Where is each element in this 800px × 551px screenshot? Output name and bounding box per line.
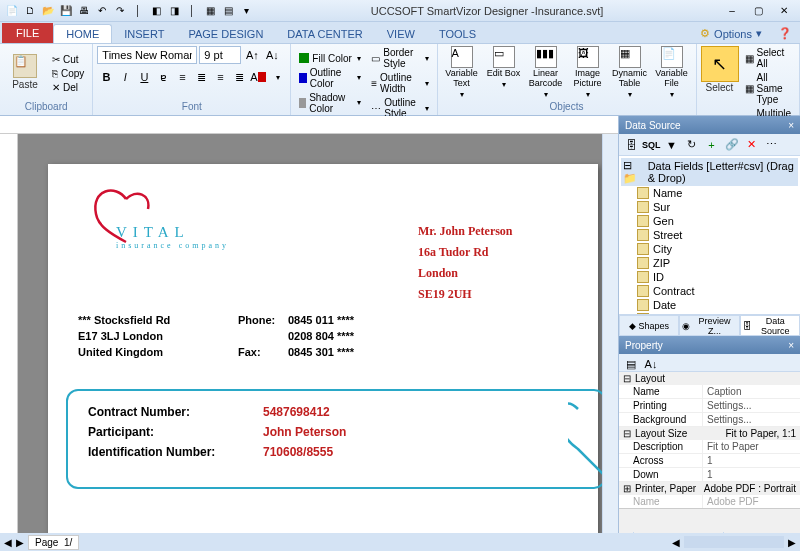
tab-home[interactable]: HOME [53,24,112,43]
qat-undo-icon[interactable]: ↶ [94,3,110,19]
ds-del-icon[interactable]: ✕ [743,136,761,154]
qat-print-icon[interactable]: 🖶 [76,3,92,19]
prop-row-background[interactable]: BackgroundSettings... [619,413,800,427]
ds-db-icon[interactable]: 🗄 [622,136,640,154]
ds-filter-icon[interactable]: ▼ [663,136,681,154]
qat-misc3-icon[interactable]: ▦ [202,3,218,19]
tab-tools[interactable]: TOOLS [427,25,488,43]
fill-color-button[interactable]: Fill Color [295,52,365,65]
tree-field[interactable]: Date [621,298,798,312]
app-icon[interactable]: 📄 [4,3,20,19]
qat-misc1-icon[interactable]: ◧ [148,3,164,19]
dynamic-table-button[interactable]: ▦Dynamic Table▾ [610,46,650,100]
page-tab-next[interactable]: ▶ [16,537,24,548]
tab-file[interactable]: FILE [2,23,53,43]
select-all-button[interactable]: ▦ Select All [741,46,795,70]
tree-field[interactable]: Sur [621,200,798,214]
prop-row-across[interactable]: Across1 [619,454,800,468]
minimize-button[interactable]: – [720,3,744,19]
prop-row-name[interactable]: NameCaption [619,385,800,399]
variable-file-button[interactable]: 📄Variable File▾ [652,46,692,100]
tree-field[interactable]: Gen [621,214,798,228]
qat-misc4-icon[interactable]: ▤ [220,3,236,19]
prop-az-icon[interactable]: A↓ [642,355,660,373]
prop-cat-layout[interactable]: ⊟ Layout [619,372,800,385]
image-picture-button[interactable]: 🖼Image Picture▾ [568,46,608,100]
tree-field[interactable]: Name [621,186,798,200]
linear-barcode-button[interactable]: ▮▮▮Linear Barcode▾ [526,46,566,100]
text-color-dropdown[interactable] [268,68,286,86]
tree-field[interactable]: ZIP [621,256,798,270]
canvas-vertical-scrollbar[interactable] [602,134,618,534]
tab-view[interactable]: VIEW [375,25,427,43]
page-tab-prev[interactable]: ◀ [4,537,12,548]
ds-refresh-icon[interactable]: ↻ [683,136,701,154]
font-name-select[interactable] [97,46,197,64]
prop-cat-printer[interactable]: ⊞ Printer, PaperAdobe PDF : Portrait [619,482,800,495]
ds-add-icon[interactable]: + [703,136,721,154]
outline-color-button[interactable]: Outline Color [295,66,365,90]
qat-open-icon[interactable]: 📂 [40,3,56,19]
tab-datasource[interactable]: 🗄Data Source [740,315,800,336]
ds-link-icon[interactable]: 🔗 [723,136,741,154]
maximize-button[interactable]: ▢ [746,3,770,19]
prop-row-desc[interactable]: DescriptionFit to Paper [619,440,800,454]
border-style-button[interactable]: ▭ Border Style [367,46,432,70]
prop-cat-icon[interactable]: ▤ [622,355,640,373]
options-button[interactable]: ⚙Options ▾ [692,24,770,43]
increase-font-icon[interactable]: A↑ [243,46,261,64]
italic-button[interactable]: I [116,68,134,86]
prop-row-down[interactable]: Down1 [619,468,800,482]
align-center-button[interactable]: ≣ [192,68,210,86]
qat-dropdown-icon[interactable]: ▾ [238,3,254,19]
underline-button[interactable]: U [135,68,153,86]
tab-page-design[interactable]: PAGE DESIGN [176,25,275,43]
tab-preview[interactable]: ◉Preview Z... [679,315,739,336]
outline-width-button[interactable]: ≡ Outline Width [367,71,432,95]
tree-field[interactable]: City [621,242,798,256]
page-tab[interactable]: Page 1/ [28,535,79,550]
tab-data-center[interactable]: DATA CENTER [275,25,374,43]
qat-new-icon[interactable]: 🗋 [22,3,38,19]
prop-row-printing[interactable]: PrintingSettings... [619,399,800,413]
qat-save-icon[interactable]: 💾 [58,3,74,19]
copy-button[interactable]: ⎘ Copy [48,67,88,80]
qat-misc2-icon[interactable]: ◨ [166,3,182,19]
select-same-type-button[interactable]: ▦ All Same Type [741,71,795,106]
prop-row-pname[interactable]: NameAdobe PDF [619,495,800,508]
align-left-button[interactable]: ≡ [173,68,191,86]
strike-button[interactable]: ɐ [154,68,172,86]
close-button[interactable]: ✕ [772,3,796,19]
edit-box-button[interactable]: ▭Edit Box▾ [484,46,524,100]
tab-shapes[interactable]: ◆Shapes [619,315,679,336]
justify-button[interactable]: ≣ [230,68,248,86]
help-button[interactable]: ❓ [770,24,800,43]
ds-sql-button[interactable]: SQL [642,136,661,154]
tree-field[interactable]: Contract [621,284,798,298]
tree-field[interactable]: ID [621,270,798,284]
prop-close-icon[interactable]: × [788,340,794,351]
tree-root[interactable]: ⊟ 📁 Data Fields [Letter#csv] (Drag & Dro… [621,158,798,186]
panel-close-icon[interactable]: × [788,120,794,131]
paste-button[interactable]: 📋 Paste [4,46,46,98]
hscroll-left[interactable]: ◀ [672,537,680,548]
tab-insert[interactable]: INSERT [112,25,176,43]
tree-field[interactable]: Street [621,228,798,242]
font-size-select[interactable] [199,46,241,64]
align-right-button[interactable]: ≡ [211,68,229,86]
qat-redo-icon[interactable]: ↷ [112,3,128,19]
document-page[interactable]: VITAL insurance company Mr. John Peterso… [48,164,598,534]
select-button[interactable]: ↖ [701,46,739,82]
del-button[interactable]: ✕ Del [48,81,88,94]
horizontal-scrollbar[interactable] [684,536,784,548]
prop-cat-layout-size[interactable]: ⊟ Layout SizeFit to Paper, 1:1 [619,427,800,440]
shadow-color-button[interactable]: Shadow Color [295,91,365,115]
variable-text-button[interactable]: AVariable Text▾ [442,46,482,100]
ds-more-icon[interactable]: ⋯ [763,136,781,154]
canvas[interactable]: VITAL insurance company Mr. John Peterso… [18,134,602,534]
decrease-font-icon[interactable]: A↓ [263,46,281,64]
cut-button[interactable]: ✂ Cut [48,53,88,66]
text-color-button[interactable]: A [249,68,267,86]
hscroll-right[interactable]: ▶ [788,537,796,548]
bold-button[interactable]: B [97,68,115,86]
